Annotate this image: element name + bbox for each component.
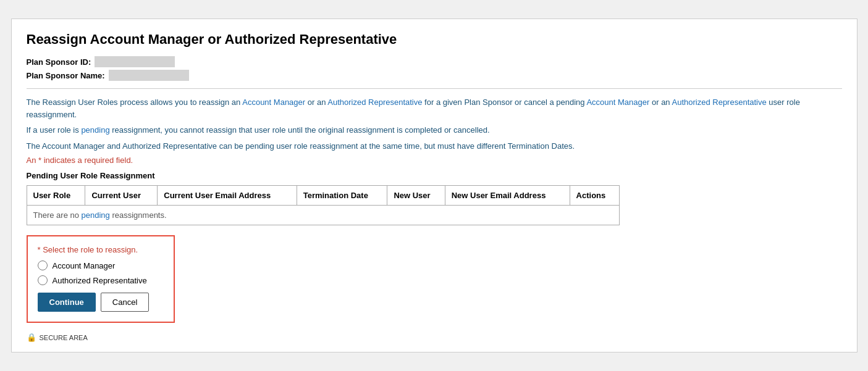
plan-sponsor-id-row: Plan Sponsor ID: <box>27 56 842 67</box>
authorized-rep-radio-row[interactable]: Authorized Representative <box>38 275 164 285</box>
secure-area-label: SECURE AREA <box>40 334 88 341</box>
account-manager-label[interactable]: Account Manager <box>53 261 116 270</box>
authorized-rep-radio[interactable] <box>38 275 48 285</box>
info-line-1: The Reassign User Roles process allows y… <box>27 96 842 120</box>
col-new-email: New User Email Address <box>445 186 570 206</box>
required-note: An * indicates a required field. <box>27 156 842 165</box>
cancel-button[interactable]: Cancel <box>101 293 149 312</box>
col-user-role: User Role <box>27 186 85 206</box>
role-selection-box: * Select the role to reassign. Account M… <box>27 235 175 323</box>
table-header-row: User Role Current User Current User Emai… <box>27 186 619 206</box>
info-line-2: If a user role is pending reassignment, … <box>27 124 842 136</box>
plan-sponsor-id-label: Plan Sponsor ID: <box>27 57 91 67</box>
col-new-user: New User <box>387 186 445 206</box>
button-row: Continue Cancel <box>38 293 164 312</box>
no-data-cell: There are no pending reassignments. <box>27 206 619 225</box>
col-current-email: Current User Email Address <box>158 186 297 206</box>
info-line-3: The Account Manager and Authorized Repre… <box>27 140 842 152</box>
plan-sponsor-id-value <box>95 56 175 67</box>
page-container: Reassign Account Manager or Authorized R… <box>11 19 857 352</box>
plan-sponsor-name-value <box>109 70 189 81</box>
col-actions: Actions <box>570 186 619 206</box>
pending-table: User Role Current User Current User Emai… <box>27 185 620 225</box>
col-current-user: Current User <box>85 186 158 206</box>
account-manager-radio[interactable] <box>38 261 48 270</box>
divider-1 <box>27 88 842 89</box>
col-termination-date: Termination Date <box>297 186 387 206</box>
section-title: Pending User Role Reassignment <box>27 171 842 180</box>
lock-icon: 🔒 <box>27 333 36 342</box>
plan-sponsor-name-label: Plan Sponsor Name: <box>27 71 105 80</box>
authorized-rep-label[interactable]: Authorized Representative <box>53 276 147 285</box>
page-title: Reassign Account Manager or Authorized R… <box>27 31 842 48</box>
continue-button[interactable]: Continue <box>38 293 96 312</box>
role-selection-label: * Select the role to reassign. <box>38 245 164 254</box>
plan-sponsor-name-row: Plan Sponsor Name: <box>27 70 842 81</box>
account-manager-radio-row[interactable]: Account Manager <box>38 261 164 270</box>
table-no-data-row: There are no pending reassignments. <box>27 206 619 225</box>
secure-area-footer: 🔒 SECURE AREA <box>27 333 842 342</box>
